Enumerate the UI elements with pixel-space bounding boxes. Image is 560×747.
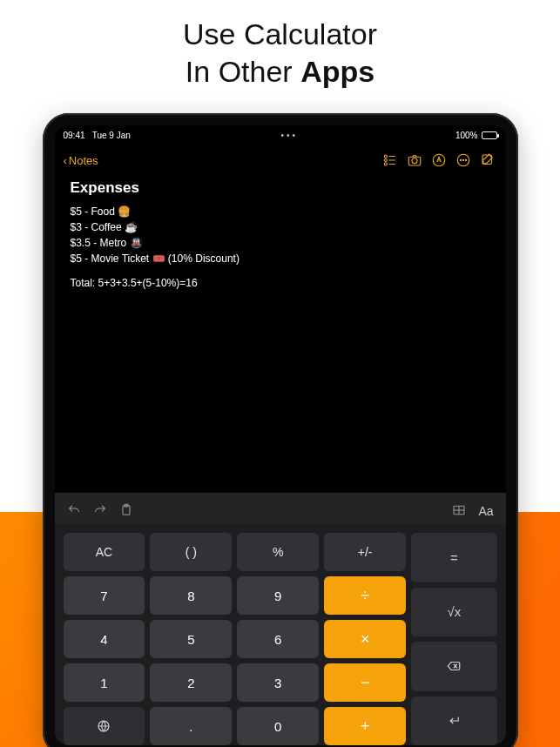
status-time: 09:41 [64, 131, 85, 140]
key-9[interactable]: 9 [237, 576, 319, 615]
key-2[interactable]: 2 [150, 663, 232, 702]
hero-banner: Use Calculator In Other Apps [0, 0, 560, 98]
key-percent[interactable]: % [237, 533, 319, 571]
key-4[interactable]: 4 [64, 620, 145, 658]
calculator-keyboard: AC ( ) % +/- 7 8 9 ÷ 4 [55, 524, 506, 745]
svg-point-2 [384, 159, 387, 162]
camera-icon[interactable] [405, 151, 424, 170]
note-body[interactable]: Expenses $5 - Food 🍔 $3 - Coffee ☕ $3.5 … [55, 176, 506, 493]
note-line: $3 - Coffee ☕ [71, 221, 490, 233]
key-sqrt[interactable]: √x [411, 588, 496, 637]
svg-point-0 [384, 155, 387, 158]
key-dot[interactable]: . [150, 707, 232, 745]
svg-point-11 [462, 159, 463, 160]
more-icon[interactable] [454, 151, 473, 170]
back-label: Notes [69, 154, 98, 167]
key-multiply[interactable]: × [324, 620, 406, 658]
keyboard-panel: Aa AC ( ) % +/- 7 8 9 [55, 493, 506, 745]
svg-point-12 [465, 159, 466, 160]
key-6[interactable]: 6 [237, 620, 319, 658]
hero-line1: Use Calculator [183, 17, 377, 50]
key-globe[interactable] [64, 707, 145, 745]
hero-line2b: Apps [300, 55, 374, 88]
key-5[interactable]: 5 [150, 620, 232, 658]
key-plusminus[interactable]: +/- [324, 533, 406, 571]
key-divide[interactable]: ÷ [324, 576, 406, 615]
svg-point-4 [384, 163, 387, 165]
compose-icon[interactable] [478, 151, 497, 170]
note-total: Total: 5+3+3.5+(5-10%)=16 [71, 277, 490, 289]
hero-line2a: In Other [186, 55, 300, 88]
key-backspace[interactable] [411, 642, 496, 691]
key-subtract[interactable]: − [324, 663, 406, 702]
table-icon[interactable] [452, 503, 466, 520]
note-line: $5 - Movie Ticket 🎟️ (10% Discount) [71, 252, 490, 265]
battery-icon [482, 131, 497, 139]
key-add[interactable]: + [324, 707, 406, 745]
key-8[interactable]: 8 [150, 576, 232, 615]
key-0[interactable]: 0 [237, 707, 319, 745]
status-multitask-dots: ••• [131, 131, 449, 140]
key-7[interactable]: 7 [64, 576, 145, 615]
battery-pct: 100% [455, 131, 478, 140]
markup-icon[interactable] [429, 151, 449, 170]
format-aa[interactable]: Aa [478, 504, 493, 518]
back-button[interactable]: ‹ Notes [64, 154, 98, 167]
status-date: Tue 9 Jan [92, 131, 131, 140]
ipad-frame: 09:41 Tue 9 Jan ••• 100% ‹ Notes [43, 113, 518, 747]
notes-nav: ‹ Notes [55, 145, 506, 176]
ipad-screen: 09:41 Tue 9 Jan ••• 100% ‹ Notes [55, 125, 506, 745]
svg-point-7 [412, 158, 417, 164]
key-3[interactable]: 3 [237, 663, 319, 702]
svg-point-10 [460, 159, 461, 160]
key-paren[interactable]: ( ) [150, 533, 232, 571]
keyboard-toolbar: Aa [55, 498, 506, 524]
note-line: $3.5 - Metro 🚇 [71, 237, 490, 249]
clipboard-icon[interactable] [119, 503, 133, 520]
undo-icon[interactable] [67, 503, 81, 520]
key-equals[interactable]: = [411, 533, 496, 582]
note-title: Expenses [71, 179, 490, 197]
chevron-left-icon: ‹ [64, 154, 67, 167]
key-return[interactable] [411, 697, 496, 746]
note-line: $5 - Food 🍔 [71, 205, 490, 218]
status-bar: 09:41 Tue 9 Jan ••• 100% [55, 125, 506, 145]
redo-icon[interactable] [93, 503, 107, 520]
key-1[interactable]: 1 [64, 663, 145, 702]
checklist-icon[interactable] [381, 151, 400, 170]
key-ac[interactable]: AC [64, 533, 145, 571]
